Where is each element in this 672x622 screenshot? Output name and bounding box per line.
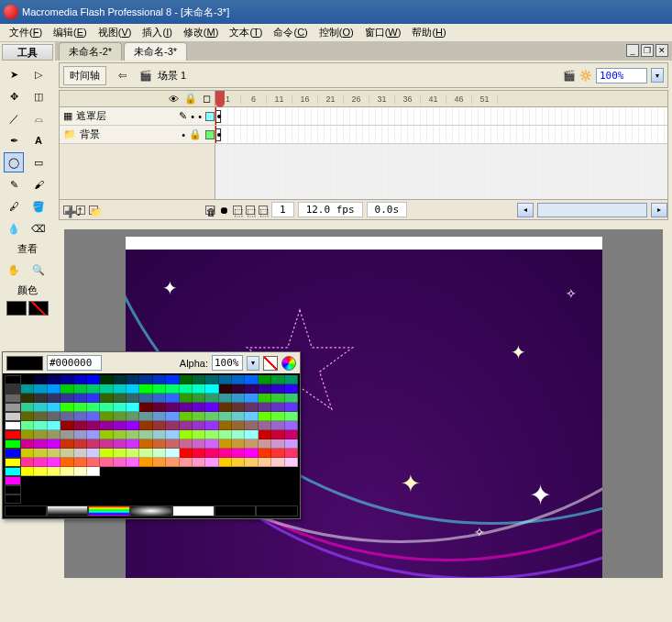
- swatch-cell[interactable]: [285, 403, 298, 412]
- swatch-cell[interactable]: [153, 394, 166, 403]
- swatch-cell[interactable]: [34, 467, 47, 476]
- swatch-cell[interactable]: [259, 439, 271, 449]
- swatch-cell[interactable]: [139, 449, 152, 458]
- swatch-cell[interactable]: [180, 421, 193, 430]
- swatch-cell[interactable]: [74, 449, 87, 458]
- swatch-cell[interactable]: [74, 375, 87, 384]
- swatch-cell[interactable]: [87, 375, 100, 384]
- swatch-cell[interactable]: [153, 384, 166, 394]
- swatch-cell[interactable]: [139, 394, 152, 403]
- close-doc-button[interactable]: ✕: [655, 44, 668, 57]
- swatch-cell[interactable]: [205, 403, 218, 412]
- menu-c[interactable]: 命令(C): [268, 24, 313, 41]
- swatch-cell[interactable]: [166, 458, 179, 467]
- swatch-cell[interactable]: [205, 384, 218, 394]
- edit-multiple-icon[interactable]: ⬚: [259, 205, 268, 215]
- swatch-cell[interactable]: [34, 430, 47, 439]
- swatch-cell[interactable]: [285, 384, 298, 394]
- swatch-cell[interactable]: [127, 384, 139, 394]
- swatch-cell[interactable]: [259, 421, 271, 430]
- hand-tool[interactable]: ✋: [4, 260, 24, 280]
- swatch-cell[interactable]: [100, 403, 113, 412]
- layer-outline-color[interactable]: [205, 130, 215, 139]
- alpha-input[interactable]: [212, 355, 243, 371]
- swatch-cell[interactable]: [139, 458, 152, 467]
- layer-row-1[interactable]: 📁背景•🔒: [60, 126, 667, 144]
- swatch-cell[interactable]: [74, 384, 87, 394]
- zoom-tool[interactable]: 🔍: [28, 260, 49, 280]
- subselection-tool[interactable]: ▷: [28, 64, 49, 84]
- swatch-cell[interactable]: [114, 430, 127, 439]
- swatch-cell[interactable]: [100, 458, 113, 467]
- swatch-cell[interactable]: [100, 394, 113, 403]
- swatch-cell[interactable]: [61, 467, 73, 476]
- swatch-cell[interactable]: [114, 412, 127, 421]
- swatch-cell[interactable]: [21, 412, 34, 421]
- swatch-cell[interactable]: [219, 403, 232, 412]
- swatch-cell[interactable]: [139, 412, 152, 421]
- swatch-cell[interactable]: [87, 394, 100, 403]
- swatch-cell[interactable]: [271, 430, 284, 439]
- selection-tool[interactable]: ➤: [4, 64, 24, 84]
- swatch-cell[interactable]: [21, 449, 34, 458]
- menu-w[interactable]: 窗口(W): [359, 24, 407, 41]
- swatch-cell[interactable]: [87, 421, 100, 430]
- swatch-cell[interactable]: [139, 421, 152, 430]
- swatch-cell[interactable]: [180, 394, 193, 403]
- swatch-cell[interactable]: [87, 458, 100, 467]
- gradient-swatch[interactable]: [88, 505, 130, 516]
- eraser-tool[interactable]: ⌫: [28, 218, 49, 239]
- swatch-cell[interactable]: [153, 412, 166, 421]
- menu-h[interactable]: 帮助(H): [406, 24, 451, 41]
- swatch-cell[interactable]: [127, 421, 139, 430]
- zoom-input[interactable]: [596, 68, 647, 83]
- lock-column-icon[interactable]: 🔒: [184, 93, 197, 105]
- back-button[interactable]: ⇦: [112, 65, 132, 85]
- swatch-cell[interactable]: [21, 458, 34, 467]
- swatch-cell[interactable]: [285, 375, 298, 384]
- scroll-right-button[interactable]: ▸: [651, 203, 667, 217]
- swatch-cell[interactable]: [259, 375, 271, 384]
- alpha-dropdown[interactable]: ▾: [247, 356, 259, 371]
- swatch-cell[interactable]: [259, 412, 271, 421]
- swatch-cell[interactable]: [5, 430, 21, 439]
- swatch-cell[interactable]: [271, 458, 284, 467]
- layer-visible-dot[interactable]: •: [182, 129, 185, 140]
- color-wheel-button[interactable]: [281, 356, 296, 371]
- gradient-swatch[interactable]: [256, 505, 298, 516]
- swatch-cell[interactable]: [153, 375, 166, 384]
- fill-color-swatch[interactable]: [28, 301, 49, 316]
- eye-column-icon[interactable]: 👁: [169, 94, 179, 105]
- swatch-cell[interactable]: [87, 403, 100, 412]
- swatch-cell[interactable]: [87, 430, 100, 439]
- menu-f[interactable]: 文件(F): [4, 24, 48, 41]
- swatch-cell[interactable]: [193, 439, 205, 449]
- oval-tool[interactable]: ◯: [4, 152, 24, 172]
- swatch-cell[interactable]: [127, 439, 139, 449]
- swatch-cell[interactable]: [114, 384, 127, 394]
- swatch-cell[interactable]: [193, 430, 205, 439]
- swatch-cell[interactable]: [259, 394, 271, 403]
- swatch-cell[interactable]: [205, 375, 218, 384]
- document-tab-0[interactable]: 未命名-2*: [59, 42, 122, 61]
- swatch-cell[interactable]: [127, 430, 139, 439]
- menu-e[interactable]: 编辑(E): [48, 24, 93, 41]
- swatch-cell[interactable]: [34, 421, 47, 430]
- gradient-swatch[interactable]: [5, 505, 47, 516]
- swatch-cell[interactable]: [166, 403, 179, 412]
- restore-doc-button[interactable]: ❐: [641, 44, 654, 57]
- swatch-cell[interactable]: [87, 439, 100, 449]
- swatch-cell[interactable]: [153, 449, 166, 458]
- swatch-cell[interactable]: [74, 458, 87, 467]
- swatch-cell[interactable]: [153, 458, 166, 467]
- swatch-cell[interactable]: [285, 449, 298, 458]
- swatch-cell[interactable]: [127, 403, 139, 412]
- swatch-cell[interactable]: [219, 421, 232, 430]
- swatch-cell[interactable]: [114, 403, 127, 412]
- swatch-cell[interactable]: [232, 412, 245, 421]
- swatch-cell[interactable]: [114, 458, 127, 467]
- swatch-cell[interactable]: [245, 439, 258, 449]
- swatch-cell[interactable]: [74, 430, 87, 439]
- swatch-cell[interactable]: [271, 394, 284, 403]
- swatch-cell[interactable]: [232, 449, 245, 458]
